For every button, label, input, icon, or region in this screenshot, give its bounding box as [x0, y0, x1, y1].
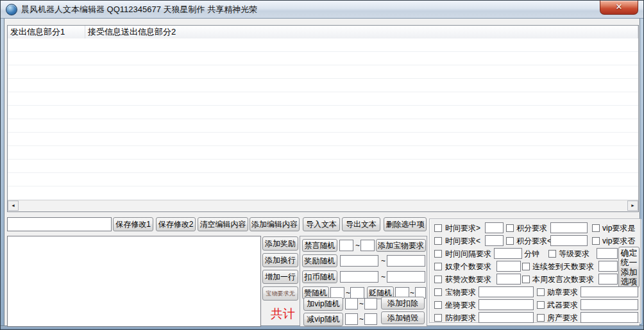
- deduct-coin-min-input[interactable]: [340, 271, 378, 283]
- window-border-left: [1, 19, 4, 329]
- add-newline-button[interactable]: 添加换行: [262, 253, 298, 267]
- defense-input[interactable]: [479, 312, 534, 323]
- export-text-button[interactable]: 导出文本: [342, 217, 380, 231]
- vip-no-label: vip要求否: [602, 236, 635, 245]
- treasure-label: 宝物要求: [445, 288, 476, 297]
- scroll-left-icon[interactable]: ◄: [8, 201, 19, 211]
- add-row-button[interactable]: 增加一行: [262, 270, 298, 284]
- slave-count-input[interactable]: [496, 261, 521, 272]
- mute-random-button[interactable]: 禁言随机: [302, 239, 337, 252]
- add-edit-content-button[interactable]: 添加编辑内容: [250, 217, 300, 231]
- window-title: 晨风机器人文本编辑器 QQ112345677 天狼星制作 共享精神光荣: [21, 4, 257, 15]
- column-header-send-part1[interactable]: 发出信息部分1: [8, 26, 85, 38]
- import-text-button[interactable]: 导入文本: [303, 217, 340, 231]
- vip-yes-checkbox[interactable]: [592, 224, 600, 232]
- total-label: 共计: [264, 306, 302, 322]
- add-vip-random-button[interactable]: 加vip随机: [303, 297, 343, 311]
- deduct-coin-max-input[interactable]: [387, 271, 425, 283]
- message-edit-input[interactable]: [7, 217, 112, 231]
- minutes-label: 分钟: [524, 249, 539, 258]
- treasure-input[interactable]: [479, 286, 534, 297]
- signin-days-checkbox[interactable]: [522, 263, 530, 270]
- time-gt-input[interactable]: [485, 222, 504, 233]
- defense-checkbox[interactable]: [434, 314, 442, 322]
- add-deduct-button[interactable]: 添加扣除: [381, 297, 425, 309]
- app-window: 晨风机器人文本编辑器 QQ112345677 天狼星制作 共享精神光荣 ✕ 发出…: [0, 0, 644, 330]
- likes-count-checkbox[interactable]: [434, 276, 442, 283]
- weapon-label: 武器要求: [547, 301, 578, 309]
- add-reward-button[interactable]: 添加奖励: [262, 236, 298, 251]
- time-interval-input[interactable]: [494, 248, 522, 259]
- weapon-input[interactable]: [580, 299, 638, 310]
- medal-checkbox[interactable]: [537, 288, 545, 296]
- points-lt-label: 积分要求<: [516, 236, 552, 245]
- reward-tilde: ~: [381, 256, 386, 265]
- save-edit2-button[interactable]: 保存修改2: [156, 217, 196, 231]
- add-vip-tilde: ~: [359, 299, 364, 308]
- level-checkbox[interactable]: [548, 250, 556, 258]
- time-lt-input[interactable]: [485, 235, 504, 246]
- deduct-coin-tilde: ~: [381, 272, 386, 281]
- reward-min-input[interactable]: [340, 255, 378, 267]
- add-vip-max-input[interactable]: [364, 298, 377, 309]
- slave-count-label: 奴隶个数要求: [445, 262, 491, 271]
- column-header-receive-part2[interactable]: 接受信息送出信息部分2: [85, 26, 638, 38]
- weapon-checkbox[interactable]: [537, 301, 545, 309]
- list-body[interactable]: [8, 38, 638, 201]
- add-destroy-button[interactable]: 添加销毁: [381, 311, 425, 324]
- signin-days-label: 连续签到天数要求: [532, 262, 594, 271]
- deduct-coin-random-button[interactable]: 扣币随机: [302, 270, 337, 283]
- requirements-panel: 时间要求> 积分要求 vip要求是 时间要求< 积分要求< vip要求否 时间间…: [429, 219, 641, 323]
- time-lt-checkbox[interactable]: [434, 237, 442, 245]
- app-icon[interactable]: [6, 4, 17, 15]
- medal-input[interactable]: [580, 286, 638, 297]
- mount-input[interactable]: [479, 299, 534, 310]
- demote-tilde: ~: [410, 288, 414, 297]
- confirm-unified-add-button[interactable]: 确定统一添加选项: [618, 247, 640, 288]
- level-input[interactable]: [597, 248, 618, 259]
- horizontal-scrollbar[interactable]: ◄ ►: [8, 200, 638, 211]
- defense-label: 防御要求: [445, 313, 476, 322]
- treasure-checkbox[interactable]: [434, 288, 442, 296]
- save-edit1-button[interactable]: 保存修改1: [113, 217, 153, 231]
- weekly-messages-input[interactable]: [598, 274, 618, 285]
- reward-random-button[interactable]: 奖励随机: [302, 254, 337, 267]
- sub-vip-max-input[interactable]: [364, 313, 377, 325]
- mute-tilde: ~: [355, 241, 360, 250]
- reward-max-input[interactable]: [387, 255, 425, 267]
- house-input[interactable]: [580, 312, 638, 323]
- sub-vip-min-input[interactable]: [345, 313, 358, 325]
- weekly-messages-checkbox[interactable]: [522, 276, 530, 283]
- mute-min-input[interactable]: [339, 240, 353, 251]
- slave-count-checkbox[interactable]: [434, 263, 442, 270]
- editor-area[interactable]: [7, 236, 261, 327]
- points-lt-input[interactable]: [550, 235, 588, 246]
- house-label: 房产要求: [547, 313, 578, 322]
- clear-edit-content-button[interactable]: 清空编辑内容: [198, 217, 248, 231]
- likes-count-input[interactable]: [496, 274, 521, 285]
- list-header: 发出信息部分1 接受信息送出信息部分2: [8, 26, 638, 39]
- level-label: 等级要求: [559, 249, 589, 258]
- vip-no-checkbox[interactable]: [592, 237, 600, 245]
- mount-checkbox[interactable]: [434, 301, 442, 309]
- points-checkbox[interactable]: [506, 224, 514, 232]
- praise-max-input[interactable]: [350, 287, 364, 299]
- message-list: 发出信息部分1 接受信息送出信息部分2 ◄ ►: [7, 25, 639, 212]
- delete-selected-button[interactable]: 删除选中项: [384, 217, 427, 231]
- close-button[interactable]: ✕: [600, 1, 638, 15]
- points-input[interactable]: [550, 222, 588, 233]
- signin-days-input[interactable]: [598, 261, 618, 272]
- house-checkbox[interactable]: [537, 314, 545, 322]
- points-lt-checkbox[interactable]: [506, 237, 514, 245]
- time-gt-label: 时间要求>: [445, 224, 480, 233]
- add-vip-min-input[interactable]: [345, 298, 358, 309]
- treasure-requirement-none-button[interactable]: 宝物要求无: [262, 286, 298, 301]
- scrollbar-track[interactable]: [19, 201, 627, 211]
- scroll-right-icon[interactable]: ►: [627, 201, 638, 211]
- close-icon: ✕: [616, 2, 623, 12]
- time-gt-checkbox[interactable]: [434, 224, 442, 232]
- add-treasure-requirement-button[interactable]: 添加宝物要求: [376, 239, 426, 252]
- mute-max-input[interactable]: [360, 240, 375, 251]
- sub-vip-random-button[interactable]: 减vip随机: [303, 313, 343, 326]
- time-interval-checkbox[interactable]: [434, 250, 442, 258]
